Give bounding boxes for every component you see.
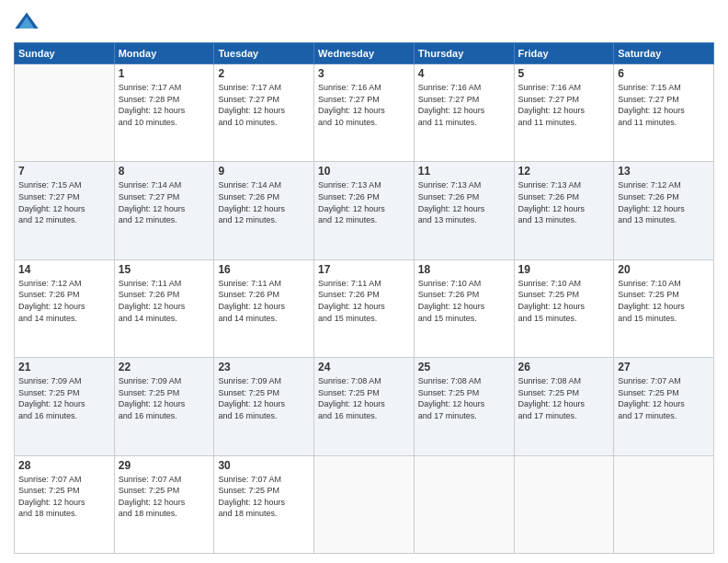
calendar-cell: 17Sunrise: 7:11 AMSunset: 7:26 PMDayligh… [314,259,415,357]
day-info: Sunrise: 7:17 AMSunset: 7:28 PMDaylight:… [119,82,210,128]
calendar-cell: 19Sunrise: 7:10 AMSunset: 7:25 PMDayligh… [514,259,614,357]
weekday-header-saturday: Saturday [614,43,714,64]
calendar-cell: 15Sunrise: 7:11 AMSunset: 7:26 PMDayligh… [114,259,214,357]
day-info: Sunrise: 7:10 AMSunset: 7:25 PMDaylight:… [518,278,610,324]
day-info: Sunrise: 7:09 AMSunset: 7:25 PMDaylight:… [18,375,110,421]
calendar-cell: 20Sunrise: 7:10 AMSunset: 7:25 PMDayligh… [614,259,714,357]
day-info: Sunrise: 7:13 AMSunset: 7:26 PMDaylight:… [518,179,610,225]
day-info: Sunrise: 7:07 AMSunset: 7:25 PMDaylight:… [119,474,210,520]
calendar-cell [414,455,514,553]
day-number: 14 [18,263,110,276]
day-info: Sunrise: 7:10 AMSunset: 7:25 PMDaylight:… [618,278,710,324]
page: SundayMondayTuesdayWednesdayThursdayFrid… [0,0,728,563]
day-number: 2 [218,67,310,80]
day-info: Sunrise: 7:09 AMSunset: 7:25 PMDaylight:… [119,375,210,421]
day-number: 7 [18,165,110,178]
day-number: 13 [618,165,710,178]
calendar-cell: 25Sunrise: 7:08 AMSunset: 7:25 PMDayligh… [414,358,514,455]
day-number: 1 [119,67,210,80]
calendar-cell: 11Sunrise: 7:13 AMSunset: 7:26 PMDayligh… [414,162,514,259]
calendar-cell: 14Sunrise: 7:12 AMSunset: 7:26 PMDayligh… [15,259,115,357]
calendar-cell: 24Sunrise: 7:08 AMSunset: 7:25 PMDayligh… [314,358,415,455]
calendar-cell: 29Sunrise: 7:07 AMSunset: 7:25 PMDayligh… [114,455,214,553]
weekday-header-row: SundayMondayTuesdayWednesdayThursdayFrid… [15,43,714,64]
day-info: Sunrise: 7:14 AMSunset: 7:26 PMDaylight:… [218,179,310,225]
calendar-week-row: 21Sunrise: 7:09 AMSunset: 7:25 PMDayligh… [15,358,714,455]
day-info: Sunrise: 7:15 AMSunset: 7:27 PMDaylight:… [18,179,110,225]
calendar-cell: 26Sunrise: 7:08 AMSunset: 7:25 PMDayligh… [514,358,614,455]
day-info: Sunrise: 7:08 AMSunset: 7:25 PMDaylight:… [318,375,410,421]
day-number: 25 [418,361,510,373]
day-info: Sunrise: 7:09 AMSunset: 7:25 PMDaylight:… [218,375,310,421]
calendar-cell: 4Sunrise: 7:16 AMSunset: 7:27 PMDaylight… [414,64,514,162]
day-info: Sunrise: 7:08 AMSunset: 7:25 PMDaylight:… [418,375,510,421]
day-info: Sunrise: 7:12 AMSunset: 7:26 PMDaylight:… [18,278,110,324]
calendar-cell: 8Sunrise: 7:14 AMSunset: 7:27 PMDaylight… [114,162,214,259]
calendar-cell: 16Sunrise: 7:11 AMSunset: 7:26 PMDayligh… [214,259,314,357]
day-number: 29 [119,459,210,472]
calendar-cell: 18Sunrise: 7:10 AMSunset: 7:26 PMDayligh… [414,259,514,357]
logo-icon [14,9,40,35]
calendar-cell [314,455,415,553]
day-info: Sunrise: 7:16 AMSunset: 7:27 PMDaylight:… [518,82,610,128]
day-info: Sunrise: 7:12 AMSunset: 7:26 PMDaylight:… [618,179,710,225]
calendar-week-row: 1Sunrise: 7:17 AMSunset: 7:28 PMDaylight… [15,64,714,162]
calendar-week-row: 28Sunrise: 7:07 AMSunset: 7:25 PMDayligh… [15,455,714,553]
day-number: 24 [318,361,410,373]
day-number: 15 [119,263,210,276]
calendar-cell: 10Sunrise: 7:13 AMSunset: 7:26 PMDayligh… [314,162,415,259]
weekday-header-thursday: Thursday [414,43,514,64]
day-number: 27 [618,361,710,373]
day-number: 20 [618,263,710,276]
day-info: Sunrise: 7:07 AMSunset: 7:25 PMDaylight:… [18,474,110,520]
weekday-header-wednesday: Wednesday [314,43,415,64]
calendar-table: SundayMondayTuesdayWednesdayThursdayFrid… [14,42,714,554]
day-number: 16 [218,263,310,276]
weekday-header-tuesday: Tuesday [214,43,314,64]
day-number: 6 [618,67,710,80]
calendar-cell: 13Sunrise: 7:12 AMSunset: 7:26 PMDayligh… [614,162,714,259]
calendar-cell: 7Sunrise: 7:15 AMSunset: 7:27 PMDaylight… [15,162,115,259]
day-info: Sunrise: 7:07 AMSunset: 7:25 PMDaylight:… [218,474,310,520]
day-info: Sunrise: 7:14 AMSunset: 7:27 PMDaylight:… [119,179,210,225]
day-number: 28 [18,459,110,472]
calendar-cell: 27Sunrise: 7:07 AMSunset: 7:25 PMDayligh… [614,358,714,455]
calendar-cell: 12Sunrise: 7:13 AMSunset: 7:26 PMDayligh… [514,162,614,259]
calendar-cell [15,64,115,162]
day-number: 17 [318,263,410,276]
calendar-cell: 3Sunrise: 7:16 AMSunset: 7:27 PMDaylight… [314,64,415,162]
day-number: 23 [218,361,310,373]
day-number: 19 [518,263,610,276]
calendar-cell: 2Sunrise: 7:17 AMSunset: 7:27 PMDaylight… [214,64,314,162]
day-number: 12 [518,165,610,178]
calendar-cell: 28Sunrise: 7:07 AMSunset: 7:25 PMDayligh… [15,455,115,553]
day-info: Sunrise: 7:13 AMSunset: 7:26 PMDaylight:… [318,179,410,225]
calendar-cell: 1Sunrise: 7:17 AMSunset: 7:28 PMDaylight… [114,64,214,162]
day-info: Sunrise: 7:08 AMSunset: 7:25 PMDaylight:… [518,375,610,421]
day-number: 3 [318,67,410,80]
logo [14,9,43,35]
calendar-cell: 22Sunrise: 7:09 AMSunset: 7:25 PMDayligh… [114,358,214,455]
day-info: Sunrise: 7:17 AMSunset: 7:27 PMDaylight:… [218,82,310,128]
day-number: 18 [418,263,510,276]
day-number: 5 [518,67,610,80]
calendar-week-row: 7Sunrise: 7:15 AMSunset: 7:27 PMDaylight… [15,162,714,259]
calendar-cell: 23Sunrise: 7:09 AMSunset: 7:25 PMDayligh… [214,358,314,455]
weekday-header-sunday: Sunday [15,43,115,64]
calendar-week-row: 14Sunrise: 7:12 AMSunset: 7:26 PMDayligh… [15,259,714,357]
header [14,9,714,35]
day-info: Sunrise: 7:11 AMSunset: 7:26 PMDaylight:… [318,278,410,324]
day-info: Sunrise: 7:16 AMSunset: 7:27 PMDaylight:… [318,82,410,128]
calendar-cell: 6Sunrise: 7:15 AMSunset: 7:27 PMDaylight… [614,64,714,162]
day-number: 11 [418,165,510,178]
calendar-cell: 21Sunrise: 7:09 AMSunset: 7:25 PMDayligh… [15,358,115,455]
day-number: 9 [218,165,310,178]
calendar-cell: 9Sunrise: 7:14 AMSunset: 7:26 PMDaylight… [214,162,314,259]
day-info: Sunrise: 7:10 AMSunset: 7:26 PMDaylight:… [418,278,510,324]
calendar-cell [614,455,714,553]
weekday-header-monday: Monday [114,43,214,64]
day-number: 30 [218,459,310,472]
day-number: 26 [518,361,610,373]
day-info: Sunrise: 7:15 AMSunset: 7:27 PMDaylight:… [618,82,710,128]
day-info: Sunrise: 7:07 AMSunset: 7:25 PMDaylight:… [618,375,710,421]
